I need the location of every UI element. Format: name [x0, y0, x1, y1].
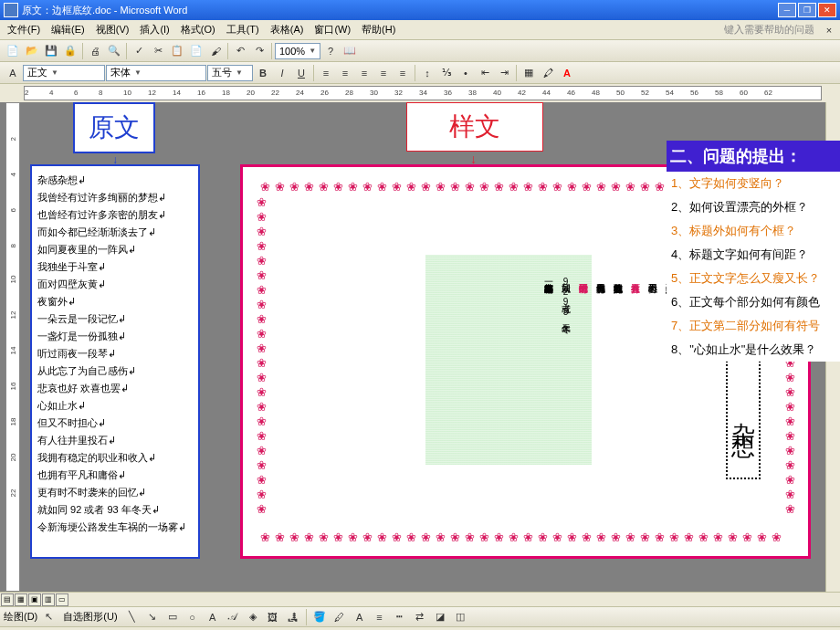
vertical-column[interactable]: 更有时不时袭来的回忆	[576, 277, 589, 317]
text-line[interactable]: 但又不时担心↲	[37, 415, 193, 432]
italic-button[interactable]: I	[273, 64, 291, 82]
open-button[interactable]: 📂	[23, 42, 41, 60]
redo-button[interactable]: ↷	[250, 42, 268, 60]
line-color-button[interactable]: 🖊	[331, 608, 349, 626]
menu-insert[interactable]: 插入(I)	[134, 20, 174, 39]
close-button[interactable]: ✕	[818, 3, 836, 17]
maximize-button[interactable]: ❐	[798, 3, 816, 17]
web-view-button[interactable]: ▦	[15, 593, 27, 606]
diagram-button[interactable]: ◈	[244, 608, 262, 626]
font-color-button[interactable]: A	[351, 608, 369, 626]
vertical-title[interactable]: 杂想	[726, 342, 761, 479]
style-combo[interactable]: 正文▼	[23, 65, 105, 81]
menu-edit[interactable]: 编辑(E)	[46, 20, 90, 39]
text-line[interactable]: 听过雨夜一段琴↲	[37, 345, 193, 362]
permissions-button[interactable]: 🔒	[61, 42, 79, 60]
new-doc-button[interactable]: 📄	[4, 42, 22, 60]
text-line[interactable]: 也拥有平凡和庸俗↲	[37, 467, 193, 484]
textbox-button[interactable]: A	[204, 608, 222, 626]
text-line[interactable]: 悲哀也好 欢喜也罢↲	[37, 380, 193, 397]
line-button[interactable]: ╲	[123, 608, 142, 626]
wordart-button[interactable]: 𝒜	[224, 608, 242, 626]
text-line[interactable]: 如同夏夜里的一阵风↲	[37, 241, 193, 258]
spell-button[interactable]: ✓	[130, 42, 148, 60]
paste-button[interactable]: 📄	[187, 42, 205, 60]
menu-format[interactable]: 格式(O)	[175, 20, 221, 39]
borders-button[interactable]: ▦	[520, 64, 538, 82]
fill-color-button[interactable]: 🪣	[310, 608, 329, 626]
autoshape-button[interactable]: 自选图形(U)	[59, 610, 121, 624]
bullets-button[interactable]: •	[457, 64, 475, 82]
highlight-button[interactable]: 🖍	[539, 64, 557, 82]
3d-button[interactable]: ◫	[451, 608, 469, 626]
ruler-horizontal[interactable]: 2468101214161820222426283032343638404244…	[24, 86, 822, 100]
picture-button[interactable]: 🏞	[284, 608, 302, 626]
ruler-vertical[interactable]: 246810121416182022	[5, 102, 20, 592]
normal-view-button[interactable]: ▤	[1, 593, 14, 606]
original-text-box[interactable]: 杂感杂想↲我曾经有过许多绚丽的梦想↲也曾经有过许多亲密的朋友↲而如今都已经渐渐淡…	[30, 164, 200, 559]
minimize-button[interactable]: ─	[778, 3, 796, 17]
text-line[interactable]: 我拥有稳定的职业和收入↲	[37, 449, 193, 467]
text-line[interactable]: 就如同 92 或者 93 年冬天↲	[37, 501, 193, 519]
font-color-button[interactable]: A	[558, 64, 576, 82]
inc-indent-button[interactable]: ⇥	[495, 64, 513, 82]
text-line[interactable]: 有人往井里投石↲	[37, 432, 193, 449]
justify-button[interactable]: ≡	[374, 64, 393, 82]
line-style-button[interactable]: ≡	[371, 608, 389, 626]
numbering-button[interactable]: ⅓	[437, 64, 456, 82]
print-button[interactable]: 🖨	[86, 42, 104, 60]
menu-window[interactable]: 窗口(W)	[309, 20, 356, 39]
copy-button[interactable]: 📋	[168, 42, 186, 60]
menu-table[interactable]: 表格(A)	[265, 20, 310, 39]
font-combo[interactable]: 宋体▼	[106, 65, 206, 81]
cut-button[interactable]: ✂	[149, 42, 167, 60]
help-button[interactable]: ?	[321, 42, 340, 60]
text-line[interactable]: 一朵云是一段记忆↲	[37, 310, 193, 328]
rect-button[interactable]: ▭	[163, 608, 182, 626]
vertical-column[interactable]: 令新海埂公路发生车祸的一场雾	[541, 277, 554, 317]
format-painter-button[interactable]: 🖌	[206, 42, 225, 60]
distribute-button[interactable]: ≡	[394, 64, 412, 82]
drawing-label[interactable]: 绘图(D)	[4, 610, 37, 624]
menu-file[interactable]: 文件(F)	[2, 20, 46, 39]
clipart-button[interactable]: 🖼	[264, 608, 282, 626]
print-view-button[interactable]: ▣	[28, 593, 41, 606]
text-line[interactable]: 面对四壁灰黄↲	[37, 276, 193, 293]
vertical-column[interactable]: 有人往井里投石	[628, 277, 641, 317]
menu-tools[interactable]: 工具(T)	[221, 20, 265, 39]
align-center-button[interactable]: ≡	[336, 64, 354, 82]
vertical-column[interactable]: 就如同92或者93年冬天	[559, 277, 572, 317]
text-line[interactable]: 更有时不时袭来的回忆↲	[37, 484, 193, 501]
text-line[interactable]: 杂感杂想↲	[37, 172, 193, 189]
line-spacing-button[interactable]: ↕	[418, 64, 436, 82]
styles-button[interactable]: A	[4, 64, 22, 82]
text-line[interactable]: 而如今都已经渐渐淡去了↲	[37, 224, 193, 241]
help-hint[interactable]: 键入需要帮助的问题	[724, 23, 820, 37]
vertical-column[interactable]: 我拥有稳定的职业和收入	[611, 277, 624, 317]
oval-button[interactable]: ○	[184, 608, 202, 626]
zoom-combo[interactable]: 100%▼	[275, 43, 320, 59]
text-line[interactable]: 从此忘了为自己感伤↲	[37, 362, 193, 380]
dash-style-button[interactable]: ┅	[391, 608, 409, 626]
help-dropdown[interactable]: ×	[820, 21, 838, 39]
select-button[interactable]: ↖	[39, 608, 58, 626]
arrow-style-button[interactable]: ⇄	[411, 608, 429, 626]
read-button[interactable]: 📖	[341, 42, 359, 60]
text-line[interactable]: 心如止水↲	[37, 397, 193, 415]
dec-indent-button[interactable]: ⇤	[476, 64, 494, 82]
align-left-button[interactable]: ≡	[317, 64, 335, 82]
vertical-column[interactable]: 但又不时担心	[646, 277, 658, 317]
shadow-button[interactable]: ◪	[431, 608, 449, 626]
vertical-column[interactable]: 也拥有平凡和庸俗	[593, 277, 606, 317]
reading-view-button[interactable]: ▭	[56, 593, 68, 606]
preview-button[interactable]: 🔍	[105, 42, 123, 60]
text-line[interactable]: 夜窗外↲	[37, 293, 193, 310]
underline-button[interactable]: U	[292, 64, 310, 82]
text-line[interactable]: 令新海埂公路发生车祸的一场雾↲	[37, 519, 193, 536]
text-line[interactable]: 也曾经有过许多亲密的朋友↲	[37, 206, 193, 224]
outline-view-button[interactable]: ▥	[42, 593, 55, 606]
text-line[interactable]: 我曾经有过许多绚丽的梦想↲	[37, 189, 193, 206]
text-line[interactable]: 我独坐于斗室↲	[37, 258, 193, 276]
menu-help[interactable]: 帮助(H)	[356, 20, 401, 39]
arrow-button[interactable]: ↘	[143, 608, 162, 626]
